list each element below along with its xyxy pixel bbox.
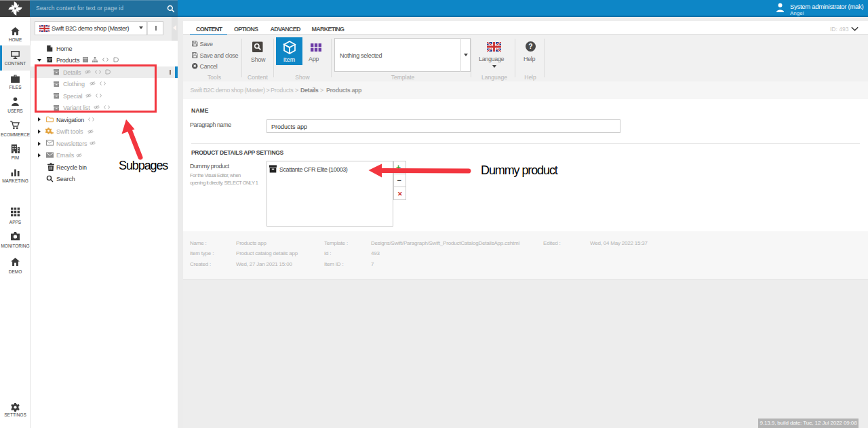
svg-text:?: ? [528, 43, 532, 50]
